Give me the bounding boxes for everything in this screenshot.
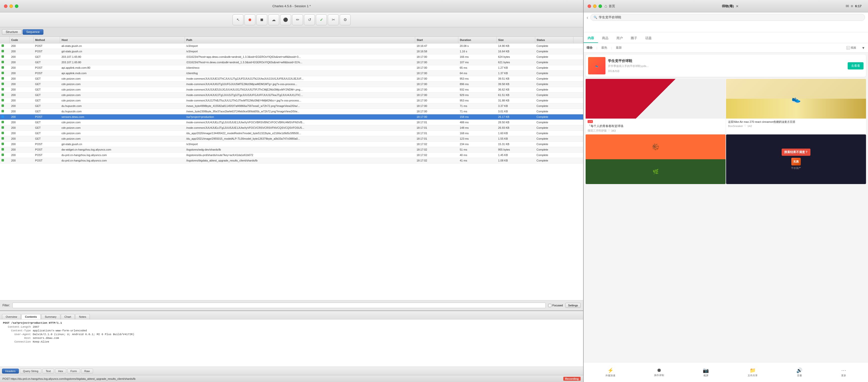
table-row[interactable]: 200 GET cdn.poizon.com /node-common/JUU2…	[0, 98, 583, 103]
row-duration: 51 ms	[458, 147, 497, 152]
settings-filter-button[interactable]: Settings	[565, 303, 581, 308]
focused-checkbox-input[interactable]	[548, 304, 551, 307]
table-row[interactable]: 200 GET cdn.poizon.com /node-common/JUU4…	[0, 92, 583, 98]
table-row[interactable]: 200 POST sensors.dewu.com /sa?project=pr…	[0, 114, 583, 120]
image-card-4[interactable]: 搜索结果不满意？ 实惠 平价国产	[726, 134, 866, 184]
sequence-view-button[interactable]: Sequence	[23, 29, 43, 35]
col-header-code[interactable]: Code	[10, 37, 34, 43]
back-button[interactable]: ‹	[587, 14, 588, 20]
tab-form[interactable]: Form	[67, 369, 80, 374]
structure-view-button[interactable]: Structure	[2, 29, 22, 35]
minimize-button[interactable]	[9, 4, 13, 8]
tab-products[interactable]: 商品	[598, 34, 612, 43]
row-dots	[574, 98, 583, 103]
phone-min-button[interactable]	[593, 4, 596, 8]
row-size: 15.31 KB	[497, 141, 535, 147]
focused-checkbox[interactable]: Focused	[548, 304, 563, 307]
table-row[interactable]: 200 POST du-prd.cn-hangzhou.log.aliyuncs…	[0, 152, 583, 158]
col-header-path[interactable]: Path	[185, 37, 415, 43]
table-row[interactable]: 200 GET 203.107.1.65:80 /151623/d?host=m…	[0, 60, 583, 65]
video-filter[interactable]: ▷ 视频	[846, 46, 856, 50]
subtab-latest[interactable]: 最新	[616, 45, 622, 50]
tab-chart[interactable]: Chart	[61, 314, 75, 319]
tab-query-string[interactable]: Query String	[20, 369, 42, 374]
table-row[interactable]: 200 POST ali-stats.jpush.cn /v3/report 1…	[0, 43, 583, 49]
bottom-icon-record[interactable]: ⏺ 操作录制	[654, 368, 664, 377]
header-row: ConnectionKeep-Alive	[3, 340, 580, 343]
col-header-duration[interactable]: Duration	[458, 37, 497, 43]
bottom-icon-more[interactable]: ⋯ 更多	[841, 368, 846, 377]
col-header-start[interactable]: Start	[415, 37, 458, 43]
bottom-icon-screenshot[interactable]: 📷 截屏	[703, 368, 709, 377]
image-card-1[interactable]: 李宁 1 9 『每个人的青春都有篮球场 烟花三月吃炒饭 ♡ 343	[586, 79, 725, 134]
row-status: Complete	[535, 87, 574, 92]
table-row[interactable]: 200 GET cdn.poizon.com /du_app/2021/imag…	[0, 136, 583, 141]
row-duration: 1.16 s	[458, 49, 497, 54]
subtab-hot[interactable]: 最热	[601, 45, 607, 50]
table-row[interactable]: 200 POST du-prd.cn-hangzhou.log.aliyuncs…	[0, 158, 583, 163]
row-duration: 65 ms	[458, 65, 497, 70]
table-row[interactable]: 200 POST api.applink.mob.com:80 /client/…	[0, 65, 583, 70]
filter-funnel-icon[interactable]: ▼	[862, 46, 865, 50]
row-size: 26.17 KB	[497, 114, 535, 120]
tab-hex[interactable]: Hex	[55, 369, 66, 374]
table-row[interactable]: 200 GET du.hupucdn.com /news_byte4998byt…	[0, 103, 583, 109]
table-row[interactable]: 200 POST gd-stats.jpush.cn /v3/report 18…	[0, 49, 583, 54]
bottom-icon-volume[interactable]: 🔊 音量	[796, 368, 803, 377]
tab-text[interactable]: Text	[42, 369, 54, 374]
table-row[interactable]: 200 GET 203.107.1.65:80 /151623/d?host=a…	[0, 54, 583, 60]
cloud-button[interactable]: ☁	[268, 14, 279, 25]
phone-max-button[interactable]	[598, 4, 602, 8]
tab-notes[interactable]: Notes	[75, 314, 90, 319]
mail-icon[interactable]: ✉	[846, 4, 849, 8]
check-button[interactable]: ✓	[316, 14, 327, 25]
table-row[interactable]: 200 GET cdn.poizon.com /node-common/JUU4…	[0, 125, 583, 130]
table-row[interactable]: 200 GET du.hupucdn.com /news_byte2308byt…	[0, 109, 583, 114]
col-header-host[interactable]: Host	[60, 37, 185, 43]
image-card-2[interactable]: 👟 这双Nike Air max 270 react cinnamon焦糖奶油复…	[726, 79, 866, 134]
tab-content[interactable]: 内容	[584, 34, 598, 43]
tab-users[interactable]: 用户	[612, 34, 627, 43]
tab-contents[interactable]: Contents	[21, 314, 41, 319]
table-row[interactable]: 200 GET cdn.poizon.com /node-common/JUU4…	[0, 82, 583, 87]
tab-headers[interactable]: Headers	[2, 369, 19, 374]
row-code: 200	[10, 136, 34, 141]
col-header-size[interactable]: Size	[497, 37, 535, 43]
menu-icon[interactable]: ≡	[851, 4, 853, 8]
close-button[interactable]	[4, 4, 7, 8]
pointer-button[interactable]: ↖	[232, 14, 243, 25]
close-icon[interactable]: ✕	[736, 4, 739, 8]
image-card-3[interactable]: 🏀 🌿	[586, 134, 725, 184]
tab-circles[interactable]: 圈子	[627, 34, 641, 43]
tools-button[interactable]: ✂	[328, 14, 339, 25]
subtab-comprehensive[interactable]: 综合	[587, 45, 593, 50]
tab-summary[interactable]: Summary	[41, 314, 60, 319]
table-row[interactable]: 200 GET cdn.poizon.com /du_app/2020/imag…	[0, 130, 583, 136]
tab-topics[interactable]: 话题	[641, 34, 656, 43]
bottom-icon-accelerate[interactable]: ⚡ 外服加速	[606, 368, 615, 377]
settings-button[interactable]: ⚙	[340, 14, 351, 25]
table-row[interactable]: 200 GET cdn.poizon.com /node-common/JUU3…	[0, 87, 583, 92]
filter-input[interactable]	[12, 303, 546, 308]
bottom-icon-files[interactable]: 📁 文件共享	[748, 368, 757, 377]
phone-close-button[interactable]	[588, 4, 591, 8]
table-row[interactable]: 200 POST dw-widget.cn-hangzhou.log.aliyu…	[0, 147, 583, 152]
record-button[interactable]: ⏺	[244, 14, 255, 25]
tab-overview[interactable]: Overview	[2, 314, 21, 319]
promo-button[interactable]: 去看看	[848, 62, 864, 69]
table-row[interactable]: 200 GET cdn.poizon.com /node-common/JUU4…	[0, 120, 583, 125]
col-header-method[interactable]: Method	[33, 37, 60, 43]
tab-raw[interactable]: Raw	[81, 369, 93, 374]
table-row[interactable]: 200 POST api.applink.mob.com /client/log…	[0, 70, 583, 76]
col-header-status[interactable]: Status	[535, 37, 574, 43]
table-row[interactable]: 200 GET cdn.poizon.com /node-common/JUU3…	[0, 76, 583, 82]
search-box[interactable]: 🔍 学生党平价球鞋	[590, 14, 865, 21]
pen-button[interactable]: ✏	[292, 14, 303, 25]
circle-button[interactable]: ⚫	[280, 14, 291, 25]
table-row[interactable]: 200 POST gd-stats.jpush.cn /v3/report 18…	[0, 141, 583, 147]
refresh-button[interactable]: ↺	[304, 14, 315, 25]
row-path: /logstores/du-prd/shards/route?key=acfc4…	[185, 152, 415, 158]
stop-button[interactable]: ⏹	[256, 14, 267, 25]
maximize-button[interactable]	[15, 4, 18, 8]
row-duration: 123 ms	[458, 136, 497, 141]
